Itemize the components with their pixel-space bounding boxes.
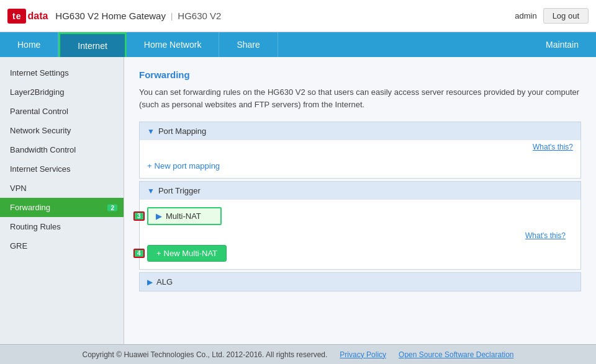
sidebar-item-parental-control[interactable]: Parental Control — [0, 102, 124, 121]
multi-nat-row: 3 ▶ Multi-NAT — [147, 205, 573, 228]
content-area: Forwarding You can set forwarding rules … — [124, 57, 596, 344]
sidebar-item-internet-services[interactable]: Internet Services — [0, 159, 124, 179]
header-divider: | — [171, 11, 173, 20]
footer-copyright: Copyright © Huawei Technologies Co., Ltd… — [83, 350, 328, 359]
nav-item-home-network[interactable]: Home Network — [127, 32, 220, 57]
add-multi-nat-label: New Multi-NAT — [164, 249, 217, 258]
nav-bar: Home Internet Home Network Share Maintai… — [0, 32, 596, 57]
plus-icon-multi-nat: + — [156, 249, 161, 258]
section-port-mapping: ▼ Port Mapping What's this? + New port m… — [139, 122, 581, 179]
logo: tedata — [7, 9, 48, 24]
section-alg: ▶ ALG — [139, 272, 581, 291]
content-title: Forwarding — [139, 69, 581, 80]
logo-data-text: data — [27, 11, 48, 22]
arrow-icon-multi-nat: ▶ — [156, 211, 162, 221]
nav-item-maintain[interactable]: Maintain — [528, 32, 596, 57]
header-right: admin Log out — [515, 8, 589, 24]
nav-item-share[interactable]: Share — [219, 32, 278, 57]
port-trigger-body: 3 ▶ Multi-NAT What's this? 4 + New Multi… — [140, 200, 580, 269]
sidebar: Internet Settings Layer2Bridging Parenta… — [0, 57, 124, 344]
sidebar-item-forwarding[interactable]: Forwarding 2 — [0, 198, 124, 217]
new-multi-nat-row: 4 + New Multi-NAT — [147, 242, 573, 264]
add-port-mapping-link[interactable]: + New port mapping — [147, 159, 220, 173]
sidebar-item-network-security[interactable]: Network Security — [0, 121, 124, 140]
section-port-mapping-label: Port Mapping — [158, 127, 206, 136]
section-port-mapping-header[interactable]: ▼ Port Mapping — [140, 122, 580, 140]
add-multi-nat-button[interactable]: + New Multi-NAT — [147, 245, 227, 262]
add-port-mapping-label: New port mapping — [155, 161, 220, 171]
footer: Copyright © Huawei Technologies Co., Ltd… — [0, 344, 596, 364]
port-mapping-body: + New port mapping — [140, 154, 580, 178]
multi-nat-button[interactable]: ▶ Multi-NAT — [147, 207, 222, 225]
sidebar-item-internet-settings[interactable]: Internet Settings — [0, 63, 124, 82]
header-title: HG630 V2 Home Gateway — [55, 11, 166, 21]
logo-icon: te — [7, 9, 26, 24]
admin-label: admin — [515, 11, 536, 20]
sidebar-item-layer2-bridging[interactable]: Layer2Bridging — [0, 82, 124, 102]
port-mapping-whats-this[interactable]: What's this? — [140, 140, 580, 154]
sidebar-item-bandwidth-control[interactable]: Bandwidth Control — [0, 140, 124, 159]
header: tedata HG630 V2 Home Gateway | HG630 V2 … — [0, 0, 596, 32]
footer-open-source-link[interactable]: Open Source Software Declaration — [399, 350, 513, 359]
arrow-icon-port-trigger: ▼ — [147, 187, 155, 195]
sidebar-item-vpn[interactable]: VPN — [0, 179, 124, 198]
badge-3: 3 — [133, 211, 145, 221]
sidebar-item-routing-rules[interactable]: Routing Rules — [0, 217, 124, 236]
multi-nat-whats-this[interactable]: What's this? — [147, 229, 573, 242]
section-port-trigger: ▼ Port Trigger 3 ▶ Multi-NAT What's this… — [139, 181, 581, 270]
section-alg-header[interactable]: ▶ ALG — [140, 273, 580, 291]
plus-icon-port-mapping: + — [147, 161, 152, 171]
nav-item-internet[interactable]: Internet — [58, 32, 126, 57]
footer-privacy-link[interactable]: Privacy Policy — [340, 350, 386, 359]
sidebar-item-gre[interactable]: GRE — [0, 236, 124, 255]
section-port-trigger-label: Port Trigger — [158, 186, 201, 195]
header-subtitle: HG630 V2 — [178, 11, 221, 21]
content-description: You can set forwarding rules on the HG63… — [139, 86, 581, 110]
section-alg-label: ALG — [156, 277, 173, 286]
arrow-icon-alg: ▶ — [147, 278, 153, 286]
main-layout: Internet Settings Layer2Bridging Parenta… — [0, 57, 596, 344]
sidebar-badge-2: 2 — [107, 204, 117, 211]
badge-4: 4 — [133, 249, 145, 258]
logout-button[interactable]: Log out — [543, 8, 589, 24]
nav-item-home[interactable]: Home — [0, 32, 58, 57]
arrow-icon-port-mapping: ▼ — [147, 127, 155, 136]
multi-nat-label: Multi-NAT — [166, 211, 201, 221]
section-port-trigger-header[interactable]: ▼ Port Trigger — [140, 182, 580, 200]
